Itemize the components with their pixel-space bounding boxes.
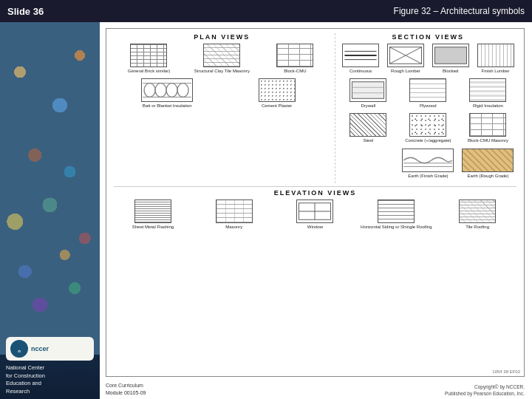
earth-rough-pattern [463, 149, 513, 171]
clay-tile-pattern [204, 44, 239, 66]
svg-point-5 [177, 83, 188, 98]
svg-point-4 [166, 83, 177, 98]
figures-top: PLAN VIEWS General Brick similar) [114, 33, 516, 183]
plywood-box [409, 78, 446, 102]
symbol-blocked: Blocked [429, 44, 471, 74]
plywood-pattern [410, 79, 446, 101]
concrete-label: Concrete (+/aggregate) [405, 138, 451, 143]
copyright-line2: Published by Pearson Education, Inc. [445, 390, 525, 397]
cement-plaster-label: Cement Plaster [262, 103, 292, 109]
plan-row-2: Batt or Blanket Insulation Cement Plaste… [114, 78, 330, 109]
tile-roofing-pattern [460, 200, 495, 222]
svg-rect-14 [434, 47, 466, 64]
figure-box: PLAN VIEWS General Brick similar) [106, 28, 525, 377]
sidebar: n nccer National Center for Construction… [0, 22, 100, 399]
concrete-box [409, 113, 446, 137]
earth-rough-box [462, 149, 514, 172]
masonry-pattern [216, 200, 252, 222]
curriculum-label: Core Curriculum [106, 382, 146, 389]
drywall-box [349, 78, 386, 102]
sheet-metal-box [134, 200, 171, 223]
cmu-section-pattern [470, 114, 505, 136]
finish-lumber-label: Finish Lumber [482, 69, 510, 74]
symbol-earth-rough: Earth (Rough Grade) [460, 149, 516, 179]
symbol-drywall: Drywall [340, 78, 397, 109]
rigid-insulation-box [469, 78, 506, 102]
drywall-label: Drywall [361, 103, 375, 109]
module-label: Module 00105-09 [106, 389, 146, 397]
block-cmu-plan-box [276, 44, 313, 67]
block-cmu-section-box [469, 113, 506, 137]
batt-insulation-box [141, 78, 193, 102]
symbol-plywood: Plywood [400, 78, 457, 109]
symbol-masonry-elev: Masonry [195, 200, 273, 230]
symbol-window: Window [276, 200, 355, 230]
section-views-section: SECTION VIEWS [335, 33, 516, 183]
sidebar-mosaic [0, 22, 100, 355]
symbol-batt-insulation: Batt or Blanket Insulation [114, 78, 220, 109]
symbol-block-cmu-section: Block-CMU Masonry [460, 113, 516, 143]
concrete-pattern [410, 114, 446, 136]
slide-label: Slide 36 [7, 6, 44, 17]
figure-number: 1054 38 EF02 [492, 369, 520, 374]
svg-point-2 [144, 83, 155, 98]
blocked-box [432, 44, 469, 67]
earth-finish-box [402, 149, 454, 172]
nccer-logo-text: nccer [31, 345, 49, 352]
symbol-tile-roofing: Tile Roofing [438, 200, 516, 230]
horiz-siding-label: Horizontal Siding or Shingle Roofing [361, 225, 432, 230]
tile-roofing-label: Tile Roofing [466, 225, 489, 230]
general-brick-box [130, 44, 167, 67]
svg-text:n: n [18, 349, 21, 353]
batt-insulation-label: Batt or Blanket Insulation [143, 103, 192, 109]
sidebar-org-text: National Center for Construction Educati… [0, 364, 100, 395]
section-views-title: SECTION VIEWS [340, 33, 516, 41]
continuous-box [342, 44, 379, 67]
elevation-row-1: Sheet Metal Flashing Masonry [114, 200, 516, 230]
sheet-metal-label: Sheet Metal Flashing [132, 225, 174, 230]
content-footer: Core Curriculum Module 00105-09 Copyrigh… [100, 380, 532, 399]
general-brick-label: General Brick similar) [128, 69, 170, 74]
symbol-earth-finish: Earth (Finish Grade) [400, 149, 457, 179]
content: PLAN VIEWS General Brick similar) [100, 22, 532, 399]
nccer-logo-icon: n [10, 340, 28, 358]
section-row-1: Continuous Rough Lu [340, 44, 516, 74]
block-cmu-section-label: Block-CMU Masonry [468, 138, 508, 143]
footer-right: Copyright© by NCCER. Published by Pearso… [445, 383, 525, 397]
continuous-label: Continuous [349, 69, 372, 74]
nccer-logo: n nccer [6, 337, 94, 361]
symbol-rigid-insulation: Rigid Insulation [460, 78, 516, 109]
symbol-finish-lumber: Finish Lumber [474, 44, 516, 74]
brick-pattern [131, 44, 166, 66]
steel-pattern [350, 114, 386, 136]
masonry-elev-box [216, 200, 253, 223]
tile-roofing-box [459, 200, 496, 223]
finish-lumber-pattern [478, 44, 514, 66]
clay-tile-box [203, 44, 240, 67]
section-row-4: Earth (Finish Grade) Earth (Rough Grade) [340, 149, 516, 179]
window-box [296, 200, 333, 223]
cement-plaster-box [259, 78, 296, 102]
steel-box [349, 113, 386, 137]
steel-label: Steel [363, 138, 373, 143]
header: Slide 36 Figure 32 – Architectural symbo… [0, 0, 532, 22]
plan-views-title: PLAN VIEWS [114, 33, 330, 41]
symbol-steel: Steel [340, 113, 397, 143]
figure-inner: PLAN VIEWS General Brick similar) [106, 29, 524, 376]
earth-rough-label: Earth (Rough Grade) [467, 174, 508, 179]
clay-tile-label: Structural Clay Tile Masonry [194, 69, 250, 74]
symbol-rough-lumber: Rough Lumber [385, 44, 427, 74]
symbol-clay-tile: Structural Clay Tile Masonry [187, 44, 257, 74]
figure-title: Figure 32 – Architectural symbols [394, 6, 525, 16]
svg-rect-15 [352, 82, 384, 99]
symbol-cement-plaster: Cement Plaster [223, 78, 330, 109]
horiz-siding-pattern [378, 200, 414, 222]
elevation-divider [114, 186, 516, 187]
symbol-concrete: Concrete (+/aggregate) [400, 113, 457, 143]
rigid-insulation-label: Rigid Insulation [473, 103, 503, 109]
copyright-line1: Copyright© by NCCER. [445, 383, 525, 390]
horiz-siding-box [378, 200, 415, 223]
rough-lumber-box [387, 44, 424, 67]
section-row-3: Steel Concrete (+/aggregate) [340, 113, 516, 143]
section-row-2: Drywall Plywood [340, 78, 516, 109]
